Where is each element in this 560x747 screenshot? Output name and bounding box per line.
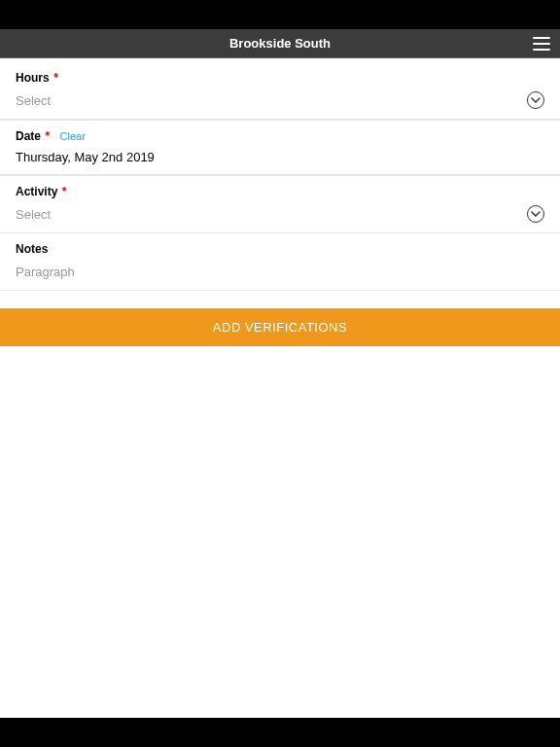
date-value: Thursday, May 2nd 2019 — [16, 150, 155, 164]
notes-label-row: Notes — [0, 233, 560, 259]
notes-label: Notes — [16, 242, 48, 256]
date-clear-link[interactable]: Clear — [60, 130, 86, 142]
chevron-down-icon — [527, 91, 544, 109]
notes-placeholder: Paragraph — [16, 265, 75, 279]
hours-select[interactable]: Select — [0, 88, 560, 120]
spacer — [0, 291, 560, 308]
activity-label: Activity — [16, 185, 57, 198]
hours-placeholder: Select — [16, 93, 51, 108]
status-bar-bottom — [0, 718, 560, 747]
hours-required-star: * — [53, 71, 58, 85]
app-header: Brookside South — [0, 29, 560, 58]
date-required-star: * — [45, 129, 50, 143]
hours-label-row: Hours * — [0, 58, 560, 88]
hours-label: Hours — [16, 71, 50, 85]
activity-select[interactable]: Select — [0, 201, 560, 233]
hamburger-menu-icon[interactable] — [533, 37, 550, 51]
status-bar-top — [0, 0, 560, 29]
empty-area — [0, 346, 560, 718]
chevron-down-icon — [527, 205, 544, 223]
add-verifications-button[interactable]: ADD VERIFICATIONS — [0, 308, 560, 346]
page-title: Brookside South — [229, 36, 331, 51]
activity-placeholder: Select — [16, 207, 51, 222]
date-label-row: Date * Clear — [0, 120, 560, 146]
activity-required-star: * — [62, 185, 67, 198]
date-field[interactable]: Thursday, May 2nd 2019 — [0, 146, 560, 175]
activity-label-row: Activity * — [0, 175, 560, 201]
notes-field[interactable]: Paragraph — [0, 259, 560, 291]
form-container: Hours * Select Date * Clear Thursday, Ma… — [0, 58, 560, 291]
date-label: Date — [16, 129, 41, 143]
